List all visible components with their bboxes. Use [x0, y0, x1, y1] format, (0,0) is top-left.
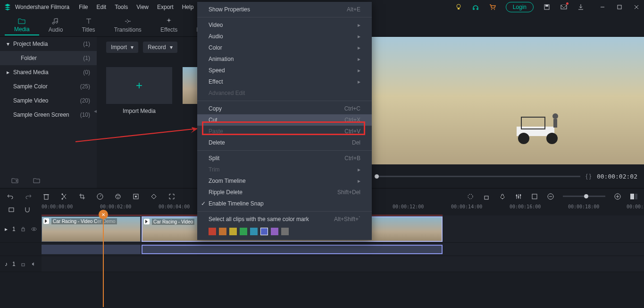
ctx-ripple-delete[interactable]: Ripple DeleteShift+Del [197, 187, 372, 198]
chevron-right-icon: ▸ [358, 33, 360, 40]
record-dropdown[interactable]: Record▾ [143, 42, 177, 53]
svg-point-29 [118, 195, 119, 196]
save-icon[interactable] [543, 3, 551, 11]
color-icon[interactable] [114, 193, 122, 200]
timeline-clip-1[interactable]: Car Racing - Video Cer Demo [42, 216, 141, 242]
ctx-animation[interactable]: Animation▸ [197, 53, 372, 65]
speed-icon[interactable] [96, 193, 104, 200]
marker-icon[interactable] [467, 193, 474, 200]
split-icon[interactable] [60, 193, 68, 200]
lock-icon[interactable] [20, 260, 26, 268]
svg-point-30 [117, 197, 118, 198]
render-icon[interactable] [531, 193, 538, 200]
ctx-split[interactable]: SplitCtrl+B [197, 153, 372, 164]
ctx-copy[interactable]: CopyCtrl+C [197, 103, 372, 114]
swatch-red[interactable] [209, 228, 216, 235]
sparkle-icon [165, 17, 173, 25]
playhead[interactable] [103, 213, 104, 307]
menu-view[interactable]: View [136, 4, 149, 10]
chevron-right-icon: ▸ [358, 56, 360, 62]
download-icon[interactable] [577, 3, 585, 11]
swatch-teal[interactable] [250, 228, 258, 235]
crop-icon[interactable] [78, 193, 86, 200]
menu-file[interactable]: File [79, 4, 88, 10]
import-dropdown[interactable]: Import▾ [106, 42, 138, 53]
ctx-cut[interactable]: CutCtrl+X [197, 114, 372, 126]
timeline-magnet-icon[interactable] [24, 206, 31, 214]
greenscreen-icon[interactable] [132, 193, 140, 200]
sidebar-folder[interactable]: Folder(1) [0, 51, 97, 65]
swatch-blue[interactable] [260, 228, 268, 235]
ctx-select-color-mark[interactable]: Select all clips with the same color mar… [197, 214, 372, 225]
headphones-icon[interactable] [472, 3, 479, 11]
ctx-color[interactable]: Color▸ [197, 42, 372, 53]
speaker-icon[interactable] [31, 260, 37, 268]
zoom-out-icon[interactable] [547, 193, 554, 200]
redo-icon[interactable] [25, 193, 32, 200]
collapse-sidebar-icon[interactable]: ◂ [94, 108, 97, 114]
fit-icon[interactable] [630, 193, 637, 200]
tab-media[interactable]: Media [5, 15, 39, 35]
audio-clip-1[interactable] [42, 245, 141, 254]
svg-point-25 [62, 198, 63, 199]
svg-rect-16 [553, 119, 557, 128]
audio-link-track [0, 243, 644, 256]
menu-help[interactable]: Help [182, 4, 194, 10]
keyframe-icon[interactable] [150, 193, 158, 200]
timeline-settings-icon[interactable] [8, 206, 15, 214]
zoom-slider[interactable] [563, 196, 605, 197]
plus-icon: + [136, 79, 142, 92]
sidebar-shared-media[interactable]: ▸Shared Media(0) [0, 65, 97, 79]
ctx-show-properties[interactable]: Show PropertiesAlt+E [197, 4, 372, 15]
chevron-right-icon: ▸ [358, 166, 360, 173]
minimize-icon[interactable] [599, 3, 606, 11]
tab-audio[interactable]: Audio [39, 16, 73, 35]
ctx-zoom-timeline[interactable]: Zoom Timeline▸ [197, 175, 372, 187]
ctx-speed[interactable]: Speed▸ [197, 65, 372, 76]
swatch-purple[interactable] [271, 228, 278, 235]
tab-titles[interactable]: Titles [72, 16, 104, 35]
track-lock-icon[interactable] [483, 193, 490, 200]
zoom-in-icon[interactable] [614, 193, 621, 200]
new-folder-icon[interactable] [11, 177, 19, 184]
ctx-audio[interactable]: Audio▸ [197, 31, 372, 42]
preview-scrubber[interactable] [375, 176, 580, 177]
eye-icon[interactable] [31, 225, 37, 233]
mic-icon[interactable] [499, 193, 506, 200]
delete-icon[interactable] [42, 193, 50, 200]
preview-viewport[interactable] [368, 37, 644, 169]
ctx-delete[interactable]: DeleteDel [197, 137, 372, 148]
undo-icon[interactable] [7, 193, 14, 200]
menu-tools[interactable]: Tools [115, 4, 128, 10]
sidebar-sample-color[interactable]: Sample Color(25) [0, 79, 97, 94]
cart-icon[interactable] [489, 3, 496, 11]
message-icon[interactable] [560, 3, 568, 11]
lock-icon[interactable] [20, 225, 26, 233]
sidebar-project-media[interactable]: ▾Project Media(1) [0, 37, 97, 51]
swatch-yellow[interactable] [229, 228, 237, 235]
audio-clip-2[interactable] [142, 245, 443, 254]
sidebar-sample-video[interactable]: Sample Video(20) [0, 94, 97, 108]
tab-effects[interactable]: Effects [151, 16, 187, 35]
close-icon[interactable] [633, 3, 640, 11]
ctx-effect[interactable]: Effect▸ [197, 76, 372, 87]
ctx-video[interactable]: Video▸ [197, 19, 372, 31]
swatch-gray[interactable] [281, 228, 289, 235]
lightbulb-icon[interactable] [455, 3, 462, 11]
ctx-enable-snap[interactable]: ✓Enable Timeline Snap [197, 198, 372, 209]
svg-rect-22 [44, 195, 48, 199]
tab-transitions[interactable]: Transitions [105, 16, 151, 35]
sidebar-sample-greenscreen[interactable]: Sample Green Screen(10) [0, 108, 97, 122]
maximize-icon[interactable] [616, 3, 623, 11]
braces-marker[interactable]: { } [586, 173, 591, 180]
context-menu: Show PropertiesAlt+E Video▸ Audio▸ Color… [197, 2, 372, 240]
mixer-icon[interactable] [515, 193, 522, 200]
import-media-tile[interactable]: + Import Media [106, 67, 172, 114]
swatch-green[interactable] [240, 228, 247, 235]
expand-icon[interactable] [168, 193, 176, 200]
menu-export[interactable]: Export [157, 4, 174, 10]
menu-edit[interactable]: Edit [97, 4, 107, 10]
folder-icon[interactable] [33, 177, 41, 184]
swatch-orange[interactable] [219, 228, 226, 235]
login-button[interactable]: Login [506, 2, 534, 12]
